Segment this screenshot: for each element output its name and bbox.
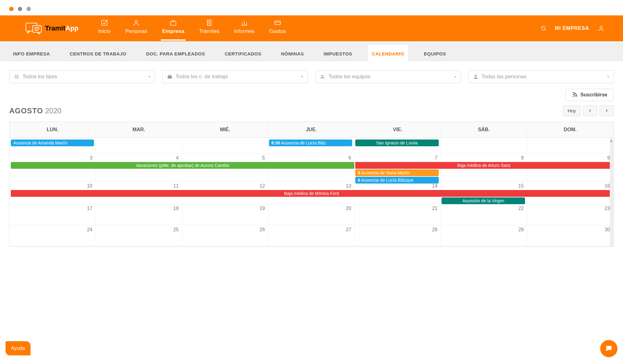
subscribe-button[interactable]: Suscribirse bbox=[565, 89, 614, 101]
nav-label: Inicio bbox=[98, 28, 111, 34]
filter-label: Todos los tipos bbox=[22, 74, 57, 80]
svg-point-24 bbox=[323, 75, 324, 76]
subnav-certificados[interactable]: CERTIFICADOS bbox=[221, 45, 265, 63]
today-button[interactable]: Hoy bbox=[563, 105, 580, 116]
svg-rect-20 bbox=[14, 76, 19, 77]
nav-personas[interactable]: Personas bbox=[124, 16, 149, 41]
app-logo[interactable]: TramitApp bbox=[25, 21, 79, 35]
calendar-week: 24 25 26 27 28 29 30 bbox=[10, 225, 613, 246]
calendar-week: 3 4 5 6 7 8 9 Vacaciones (pdte. de aprob… bbox=[10, 153, 613, 181]
day-cell[interactable] bbox=[527, 138, 613, 153]
event-absence[interactable]: Ausencia de Amanda Martín bbox=[11, 140, 94, 146]
day-cell[interactable]: 23 bbox=[527, 204, 613, 225]
logo-icon bbox=[25, 21, 43, 35]
top-right: MI EMPRESA bbox=[541, 25, 605, 32]
event-holiday[interactable]: Asunción de la Virgen bbox=[442, 197, 525, 204]
day-cell[interactable] bbox=[182, 138, 268, 153]
chevron-right-icon bbox=[605, 109, 609, 112]
chart-icon bbox=[241, 19, 248, 26]
day-cell[interactable]: 24 bbox=[10, 225, 96, 246]
subnav-calendario[interactable]: CALENDARIO bbox=[368, 45, 408, 63]
rss-icon bbox=[572, 92, 577, 98]
weekday: VIE. bbox=[355, 122, 441, 138]
subnav-impuestos[interactable]: IMPUESTOS bbox=[320, 45, 356, 63]
weekday: JUE. bbox=[268, 122, 355, 138]
weekday: MAR. bbox=[96, 122, 182, 138]
weekday: DOM. bbox=[527, 122, 613, 138]
svg-rect-19 bbox=[14, 75, 19, 76]
svg-rect-7 bbox=[170, 22, 176, 25]
day-cell[interactable]: 29 bbox=[441, 225, 527, 246]
day-cell[interactable]: 18 bbox=[96, 204, 182, 225]
day-cell[interactable]: 30 bbox=[527, 225, 613, 246]
prev-month-button[interactable] bbox=[583, 105, 597, 116]
window-dot bbox=[26, 7, 31, 11]
document-icon bbox=[206, 19, 213, 26]
event-sick-leave[interactable]: Baja médica de Mónica Ford bbox=[11, 190, 612, 197]
event-vacation[interactable]: Vacaciones (pdte. de aprobar) de Aurora … bbox=[11, 162, 354, 169]
checkbox-icon bbox=[101, 19, 108, 26]
day-cell[interactable]: 21 bbox=[355, 204, 441, 225]
subnav-nominas[interactable]: NÓMINAS bbox=[277, 45, 307, 63]
nav-empresa[interactable]: Empresa bbox=[161, 16, 185, 41]
weekday: SÁB. bbox=[441, 122, 527, 138]
filter-people[interactable]: Todas las personas ▾ bbox=[468, 70, 614, 83]
day-cell[interactable] bbox=[96, 138, 182, 153]
day-cell[interactable]: 26 bbox=[182, 225, 268, 246]
chevron-down-icon: ▾ bbox=[149, 75, 150, 79]
main-nav: Inicio Personas Empresa Trámites Informe… bbox=[97, 16, 287, 41]
nav-informes[interactable]: Informes bbox=[233, 16, 256, 41]
weekday: MIÉ. bbox=[182, 122, 268, 138]
calendar-week: Ausencia de Amanda Martín 9:30 Ausencia … bbox=[10, 138, 613, 153]
day-cell[interactable] bbox=[441, 138, 527, 153]
calendar-grid: LUN. MAR. MIÉ. JUE. VIE. SÁB. DOM. Ausen… bbox=[9, 122, 614, 247]
nav-label: Empresa bbox=[162, 28, 184, 34]
svg-point-18 bbox=[600, 26, 602, 28]
event-sick-leave[interactable]: Baja médica de Arturo Sanz bbox=[355, 162, 613, 169]
subnav-info-empresa[interactable]: INFO EMPRESA bbox=[9, 45, 54, 63]
event-holiday[interactable]: San Ignacio de Loiola bbox=[355, 140, 438, 146]
filter-teams[interactable]: Todos los equipos ▾ bbox=[315, 70, 461, 83]
window-controls bbox=[0, 0, 623, 15]
chevron-down-icon: ▾ bbox=[607, 75, 609, 79]
scrollbar[interactable]: ▴ bbox=[610, 137, 614, 246]
filter-label: Todas las personas bbox=[482, 74, 527, 80]
logo-text: TramitApp bbox=[45, 24, 79, 32]
svg-rect-22 bbox=[168, 76, 172, 79]
chevron-left-icon bbox=[588, 109, 592, 112]
briefcase-icon bbox=[169, 19, 177, 26]
filter-centers[interactable]: Todos los c. de trabajo ▾ bbox=[162, 70, 308, 83]
day-cell[interactable]: 19 bbox=[182, 204, 268, 225]
list-icon bbox=[14, 74, 19, 79]
subnav-doc-empleados[interactable]: DOC. PARA EMPLEADOS bbox=[142, 45, 209, 63]
chevron-down-icon: ▾ bbox=[301, 75, 303, 79]
briefcase-icon bbox=[167, 74, 173, 79]
company-name[interactable]: MI EMPRESA bbox=[555, 26, 589, 31]
subnav-centros[interactable]: CENTROS DE TRABAJO bbox=[66, 45, 130, 63]
svg-point-6 bbox=[135, 20, 137, 23]
refresh-icon[interactable] bbox=[541, 26, 546, 31]
event-absence[interactable]: 9 Ausencia de Nuria Martín bbox=[355, 169, 438, 176]
person-icon bbox=[473, 74, 478, 79]
team-icon bbox=[320, 74, 325, 79]
calendar-week: 10 11 12 13 14 15 16 Baja médica de Móni… bbox=[10, 181, 613, 204]
day-cell[interactable]: 28 bbox=[355, 225, 441, 246]
window-dot bbox=[18, 7, 22, 11]
weekday: LUN. bbox=[10, 122, 96, 138]
day-cell[interactable]: 25 bbox=[96, 225, 182, 246]
calendar-header: AGOSTO 2020 Hoy bbox=[9, 105, 614, 116]
day-cell[interactable]: 22 bbox=[441, 204, 527, 225]
day-cell[interactable]: 27 bbox=[268, 225, 355, 246]
user-icon[interactable] bbox=[598, 25, 605, 32]
filter-label: Todos los c. de trabajo bbox=[176, 74, 228, 80]
nav-gastos[interactable]: Gastos bbox=[268, 16, 287, 41]
nav-tramites[interactable]: Trámites bbox=[198, 16, 221, 41]
subnav-equipos[interactable]: EQUIPOS bbox=[420, 45, 450, 63]
filter-types[interactable]: Todos los tipos ▾ bbox=[9, 70, 155, 83]
next-month-button[interactable] bbox=[600, 105, 614, 116]
day-cell[interactable]: 20 bbox=[268, 204, 355, 225]
day-cell[interactable]: 17 bbox=[10, 204, 96, 225]
chevron-down-icon: ▾ bbox=[454, 75, 456, 79]
nav-inicio[interactable]: Inicio bbox=[97, 16, 112, 41]
event-absence[interactable]: 9:30 Ausencia de Lucía Bláz bbox=[269, 140, 352, 146]
